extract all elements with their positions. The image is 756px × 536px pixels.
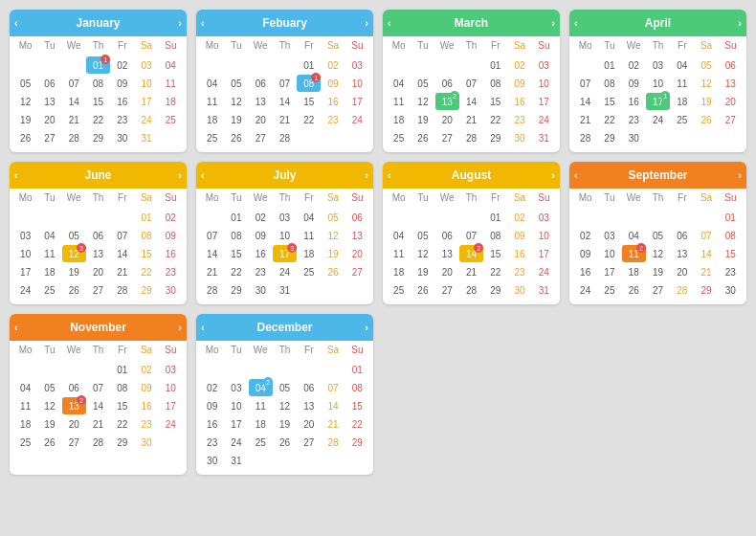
calendar-june: ‹ June › MoTuWeThFrSaSu 0102 03040506070… (10, 162, 187, 304)
mar-badge-13: 2 (450, 91, 459, 100)
jun-day-12[interactable]: 123 (62, 245, 86, 262)
august-header[interactable]: ‹ August › (383, 162, 560, 189)
nov-day-13[interactable]: 132 (62, 397, 86, 414)
august-prev[interactable]: ‹ (388, 169, 391, 181)
august-days-header: MoTuWeThFrSaSu (383, 189, 560, 207)
june-title: June (22, 168, 175, 182)
december-next[interactable]: › (365, 322, 368, 333)
calendars-row2: ‹ June › MoTuWeThFrSaSu 0102 03040506070… (10, 162, 746, 304)
november-days-header: MoTuWeThFrSaSu (10, 341, 187, 359)
december-header[interactable]: ‹ December › (196, 314, 373, 341)
february-body: 010203 04050607 081 0910 11121314151617 … (196, 55, 373, 152)
sep-day-11[interactable]: 112 (622, 245, 646, 262)
calendar-march: ‹ March › MoTuWeThFrSaSu 010203 04050607… (383, 10, 560, 152)
february-prev[interactable]: ‹ (201, 17, 205, 29)
aug-day-14[interactable]: 142 (459, 245, 483, 262)
november-prev[interactable]: ‹ (14, 322, 18, 333)
april-days-header: MoTuWeThFrSaSu (569, 36, 746, 55)
july-header[interactable]: ‹ July › (196, 162, 373, 189)
august-body: 010203 04050607080910 111213 142 151617 … (383, 207, 560, 304)
june-header[interactable]: ‹ June › (10, 162, 187, 189)
sep-badge-11: 2 (636, 243, 646, 253)
december-days-header: MoTuWeThFrSaSu (196, 341, 373, 359)
july-body: 010203040506 07080910111213 141516 173 1… (196, 207, 373, 304)
apr-day-17[interactable]: 171 (646, 93, 670, 110)
jan-badge-01: 1 (100, 55, 110, 64)
april-body: 010203040506 07080910111213 141516 171 1… (569, 55, 746, 152)
november-body: 010203 04050607080910 1112 132 14151617 … (10, 359, 187, 457)
calendar-december: ‹ December › MoTuWeThFrSaSu 01 0203 042 … (196, 314, 373, 475)
feb-badge-08: 1 (311, 73, 321, 82)
july-prev[interactable]: ‹ (201, 169, 205, 181)
aug-badge-14: 2 (474, 243, 483, 253)
september-header[interactable]: ‹ September › (569, 162, 746, 189)
december-body: 01 0203 042 05060708 09101112131415 1617… (196, 359, 373, 475)
june-next[interactable]: › (178, 169, 182, 181)
february-days-header: MoTuWeThFrSaSu (196, 36, 373, 55)
jun-badge-12: 3 (77, 243, 86, 253)
december-title: December (209, 321, 362, 334)
november-title: November (22, 321, 175, 334)
september-prev[interactable]: ‹ (574, 169, 578, 181)
april-next[interactable]: › (738, 17, 742, 29)
march-header[interactable]: ‹ March › (383, 10, 560, 36)
calendar-january: ‹ January › MoTuWeThFrSaSu 011 020304 05… (10, 10, 187, 152)
calendars-row1: ‹ January › MoTuWeThFrSaSu 011 020304 05… (10, 10, 746, 152)
march-title: March (395, 16, 548, 30)
march-days-header: MoTuWeThFrSaSu (383, 36, 560, 55)
jul-day-17[interactable]: 173 (273, 245, 297, 262)
january-header[interactable]: ‹ January › (10, 10, 187, 36)
april-prev[interactable]: ‹ (574, 17, 578, 29)
january-body: 011 020304 05060708091011 12131415161718… (10, 55, 187, 152)
feb-day-08[interactable]: 081 (297, 75, 321, 92)
june-body: 0102 03040506070809 1011 123 13141516 17… (10, 207, 187, 304)
january-title: January (22, 16, 175, 30)
august-next[interactable]: › (551, 169, 555, 181)
september-body: 01 02030405060708 0910 112 12131415 1617… (569, 207, 746, 304)
calendar-august: ‹ August › MoTuWeThFrSaSu 010203 0405060… (383, 162, 560, 304)
december-prev[interactable]: ‹ (201, 322, 205, 333)
february-next[interactable]: › (365, 17, 368, 29)
january-next[interactable]: › (178, 17, 182, 29)
february-header[interactable]: ‹ Febuary › (196, 10, 373, 36)
jul-badge-17: 3 (287, 243, 297, 253)
placeholder-2 (569, 314, 746, 475)
apr-badge-17: 1 (660, 91, 670, 100)
january-prev[interactable]: ‹ (14, 17, 18, 29)
august-title: August (395, 168, 548, 182)
calendar-april: ‹ April › MoTuWeThFrSaSu 010203040506 07… (569, 10, 746, 152)
mar-day-13[interactable]: 132 (435, 93, 459, 110)
february-title: Febuary (209, 16, 362, 30)
september-title: September (582, 168, 735, 182)
july-title: July (209, 168, 362, 182)
april-title: April (582, 16, 735, 30)
september-days-header: MoTuWeThFrSaSu (569, 189, 746, 207)
nov-badge-13: 2 (77, 395, 86, 405)
january-days-header: MoTuWeThFrSaSu (10, 36, 187, 55)
september-next[interactable]: › (738, 169, 742, 181)
july-next[interactable]: › (365, 169, 368, 181)
march-next[interactable]: › (551, 17, 555, 29)
jan-day-01[interactable]: 011 (86, 56, 110, 74)
dec-day-04[interactable]: 042 (249, 379, 273, 396)
march-prev[interactable]: ‹ (388, 17, 391, 29)
placeholder-1 (383, 314, 560, 475)
march-body: 010203 04050607080910 1112 132 14151617 … (383, 55, 560, 152)
july-days-header: MoTuWeThFrSaSu (196, 189, 373, 207)
november-header[interactable]: ‹ November › (10, 314, 187, 341)
calendars-row3: ‹ November › MoTuWeThFrSaSu 010203 04050… (10, 314, 746, 475)
calendar-february: ‹ Febuary › MoTuWeThFrSaSu 010203 040506… (196, 10, 373, 152)
calendar-july: ‹ July › MoTuWeThFrSaSu 010203040506 070… (196, 162, 373, 304)
june-prev[interactable]: ‹ (14, 169, 18, 181)
june-days-header: MoTuWeThFrSaSu (10, 189, 187, 207)
calendar-september: ‹ September › MoTuWeThFrSaSu 01 02030405… (569, 162, 746, 304)
april-header[interactable]: ‹ April › (569, 10, 746, 36)
calendar-november: ‹ November › MoTuWeThFrSaSu 010203 04050… (10, 314, 187, 475)
dec-badge-04: 2 (263, 377, 273, 387)
november-next[interactable]: › (178, 322, 182, 333)
